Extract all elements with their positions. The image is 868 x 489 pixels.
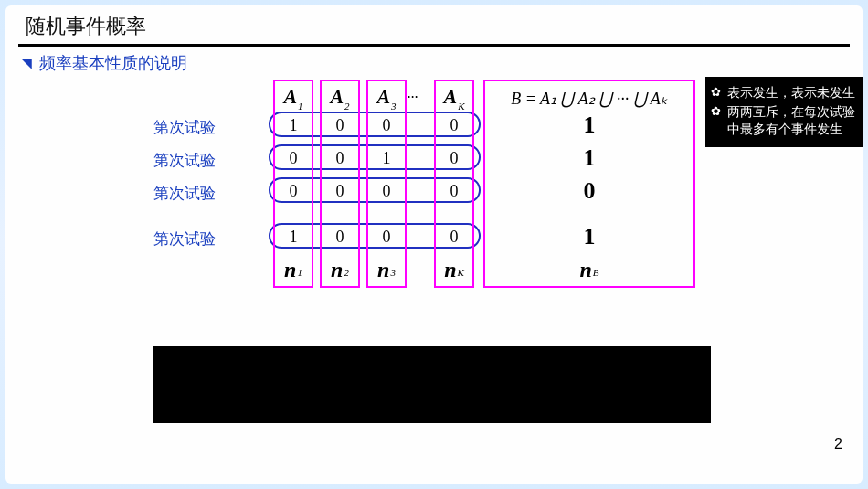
b-value: 1 [584,220,596,253]
page-number: 2 [834,436,842,452]
star-icon: ✿ [711,103,724,138]
subtitle-text: 频率基本性质的说明 [39,52,187,74]
b-column-box: B = A₁ ⋃ A₂ ⋃ ··· ⋃ Aₖ 1 1 0 1 nB [483,80,695,288]
data-cell: 0 [290,175,298,207]
note-item: ✿ 两两互斥，在每次试验中最多有个事件发生 [711,103,857,138]
column-box: A1 1 0 0 1 n1 [273,80,313,288]
data-cell: 0 [336,175,344,207]
col-footer: n1 [284,253,302,286]
data-cell: 0 [336,220,344,253]
data-cell: 0 [450,175,459,207]
col-header: A1 [283,81,302,109]
data-cell: 1 [383,142,391,175]
b-value: 0 [584,175,596,207]
row-label: 第次试验 [153,111,216,144]
b-value: 1 [584,142,596,175]
data-cell: 0 [336,109,344,142]
row-label: 第次试验 [153,144,216,176]
col-footer: nK [444,253,464,286]
page-title: 随机事件概率 [5,5,863,44]
data-cell: 0 [336,142,344,175]
content-area: 第次试验 第次试验 第次试验 第次试验 ... A1 1 0 0 1 n1 A2… [5,74,863,458]
column-box: A3 0 1 0 0 n3 [366,80,407,288]
subtitle: ◥ 频率基本性质的说明 [5,47,863,74]
col-header: AK [443,81,464,109]
data-cell: 1 [290,220,298,253]
column-box: AK 0 0 0 0 nK [434,80,474,288]
b-footer: nB [579,253,598,286]
data-cell: 0 [383,220,391,253]
header-dots: ... [408,85,418,101]
note-item: ✿ 表示发生，表示未发生 [711,84,857,101]
data-cell: 0 [290,142,298,175]
black-bar [153,346,711,423]
column-box: A2 0 0 0 0 n2 [320,80,360,288]
notes-box: ✿ 表示发生，表示未发生 ✿ 两两互斥，在每次试验中最多有个事件发生 [705,77,863,147]
data-cell: 0 [383,175,391,207]
note-text: 表示发生，表示未发生 [727,84,855,101]
star-icon: ✿ [711,84,724,101]
data-cell: 0 [383,109,391,142]
b-value: 1 [584,109,596,142]
col-header: A2 [330,81,349,109]
data-cell: 1 [290,109,298,142]
row-labels: 第次试验 第次试验 第次试验 第次试验 [153,111,216,255]
data-cell: 0 [450,220,459,253]
col-header: A3 [376,81,396,109]
row-label: 第次试验 [153,176,216,209]
bookmark-icon: ◥ [22,56,32,70]
b-header: B = A₁ ⋃ A₂ ⋃ ··· ⋃ Aₖ [511,81,668,109]
data-cell: 0 [450,142,459,175]
data-cell: 0 [450,109,459,142]
col-footer: n3 [377,253,396,286]
row-label: 第次试验 [153,222,216,255]
note-text: 两两互斥，在每次试验中最多有个事件发生 [727,103,857,138]
col-footer: n2 [331,253,349,286]
